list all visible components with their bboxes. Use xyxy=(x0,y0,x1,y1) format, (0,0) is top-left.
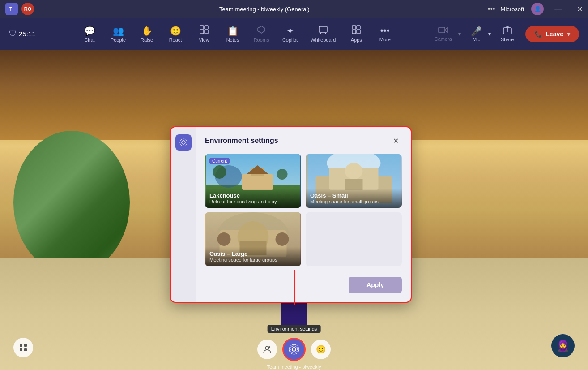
toolbar-rooms[interactable]: Rooms xyxy=(248,22,275,45)
notes-icon: 📋 xyxy=(227,26,239,36)
svg-point-40 xyxy=(345,163,363,179)
people-icon: 👥 xyxy=(113,26,124,36)
apps-label: Apps xyxy=(351,37,362,43)
emoji-button[interactable]: 🙂 xyxy=(311,340,331,359)
svg-marker-6 xyxy=(258,26,265,33)
toolbar-react[interactable]: 🙂 React xyxy=(162,23,189,45)
toolbar-right: Camera ▾ 🎤 Mic ▾ Share 📞 Leave ▾ xyxy=(430,23,579,45)
toolbar-people[interactable]: 👥 People xyxy=(105,23,132,45)
title-bar-right: ••• Microsoft 👤 — □ ✕ xyxy=(488,3,583,15)
svg-rect-5 xyxy=(205,30,208,34)
mic-button[interactable]: 🎤 Mic xyxy=(466,23,486,45)
svg-rect-2 xyxy=(200,26,204,29)
environment-settings-modal: Environment settings ✕ xyxy=(170,126,412,303)
raise-label: Raise xyxy=(141,37,153,43)
toolbar-items: 💬 Chat 👥 People ✋ Raise 🙂 React View 📋 N… xyxy=(45,22,430,45)
svg-rect-12 xyxy=(352,30,356,34)
leave-phone-icon: 📞 xyxy=(534,30,542,38)
lakehouse-desc: Retreat for socializing and play xyxy=(209,199,297,204)
env-card-oasis-large[interactable]: Oasis – Large Meeting space for large gr… xyxy=(205,212,301,266)
user-avatar-titlebar[interactable]: RO xyxy=(21,3,34,15)
share-icon xyxy=(503,26,512,37)
copilot-label: Copilot xyxy=(282,37,298,43)
notes-label: Notes xyxy=(226,37,239,43)
mic-group: 🎤 Mic ▾ xyxy=(466,23,493,45)
share-button[interactable]: Share xyxy=(496,23,518,45)
svg-rect-10 xyxy=(352,26,356,29)
toolbar-apps[interactable]: Apps xyxy=(343,22,370,45)
brand-label: Microsoft xyxy=(501,6,524,13)
leave-chevron-icon: ▾ xyxy=(567,30,570,38)
toolbar-more[interactable]: ••• More xyxy=(371,23,398,45)
chat-icon: 💬 xyxy=(84,26,95,36)
title-bar: T RO Team meeting - biweekly (General) •… xyxy=(0,0,588,18)
svg-point-22 xyxy=(268,346,270,348)
maximize-button[interactable]: □ xyxy=(567,5,571,13)
emoji-icon: 🙂 xyxy=(316,344,326,354)
environment-grid: Current Lakehouse Retreat for socializin… xyxy=(205,154,402,266)
rooms-label: Rooms xyxy=(254,37,269,43)
svg-point-33 xyxy=(213,165,226,179)
react-label: React xyxy=(169,37,182,43)
svg-rect-11 xyxy=(357,26,360,29)
modal-header: Environment settings ✕ xyxy=(205,134,402,147)
camera-icon xyxy=(438,26,448,36)
more-icon: ••• xyxy=(380,26,390,36)
svg-rect-13 xyxy=(357,30,360,34)
oasis-small-desc: Meeting space for small groups xyxy=(310,199,397,204)
modal-sidebar xyxy=(171,127,196,302)
minimize-button[interactable]: — xyxy=(554,5,562,13)
toolbar-whiteboard[interactable]: Whiteboard xyxy=(305,22,341,45)
mic-icon: 🎤 xyxy=(471,26,482,37)
view-icon xyxy=(200,25,209,36)
modal-close-button[interactable]: ✕ xyxy=(389,134,402,147)
svg-point-47 xyxy=(217,232,231,246)
env-card-lakehouse[interactable]: Current Lakehouse Retreat for socializin… xyxy=(205,154,301,208)
chat-label: Chat xyxy=(84,37,94,43)
svg-point-24 xyxy=(290,346,298,353)
toolbar-chat[interactable]: 💬 Chat xyxy=(76,23,103,45)
svg-rect-7 xyxy=(319,26,327,32)
copilot-icon: ✦ xyxy=(286,26,294,36)
toolbar-notes[interactable]: 📋 Notes xyxy=(219,23,246,45)
whiteboard-label: Whiteboard xyxy=(311,37,336,43)
profile-avatar[interactable]: 👤 xyxy=(531,3,544,15)
react-icon: 🙂 xyxy=(170,26,181,36)
modal-sidebar-env-icon[interactable] xyxy=(175,134,192,151)
close-button[interactable]: ✕ xyxy=(577,5,583,13)
svg-rect-18 xyxy=(24,344,27,347)
camera-chevron-icon[interactable]: ▾ xyxy=(456,31,463,37)
modal-footer: Apply xyxy=(205,273,402,295)
raise-icon: ✋ xyxy=(141,26,153,36)
modal-main-content: Environment settings ✕ xyxy=(196,127,411,302)
svg-point-34 xyxy=(277,169,288,180)
camera-button[interactable]: Camera xyxy=(430,23,456,44)
environment-settings-button[interactable]: Environment settings Team meeting - biwe… xyxy=(282,338,306,361)
toolbar-raise[interactable]: ✋ Raise xyxy=(133,23,160,45)
modal-title: Environment settings xyxy=(205,137,278,145)
apply-button[interactable]: Apply xyxy=(349,277,402,293)
svg-rect-14 xyxy=(439,27,445,33)
svg-point-23 xyxy=(292,348,296,351)
svg-rect-20 xyxy=(24,348,27,351)
toolbar-copilot[interactable]: ✦ Copilot xyxy=(277,23,303,45)
toolbar-left: 🛡 25:11 xyxy=(9,29,36,39)
mic-label: Mic xyxy=(473,37,480,42)
oasis-large-overlay: Oasis – Large Meeting space for large gr… xyxy=(205,247,301,266)
rooms-icon xyxy=(257,25,266,36)
meeting-title: Team meeting - biweekly (General) xyxy=(41,6,488,13)
more-options-icon[interactable]: ••• xyxy=(488,5,495,13)
env-card-oasis-small[interactable]: Oasis – Small Meeting space for small gr… xyxy=(306,154,402,208)
mic-chevron-icon[interactable]: ▾ xyxy=(486,31,493,37)
bottom-bar: Environment settings Team meeting - biwe… xyxy=(257,338,331,361)
grid-button[interactable] xyxy=(13,338,33,357)
leave-button[interactable]: 📞 Leave ▾ xyxy=(525,26,579,42)
env-card-empty xyxy=(306,212,402,266)
person-settings-button[interactable] xyxy=(257,340,277,359)
oasis-large-desc: Meeting space for large groups xyxy=(209,257,297,262)
svg-rect-19 xyxy=(20,348,22,351)
meeting-timer: 25:11 xyxy=(19,30,36,38)
apps-icon xyxy=(352,25,361,36)
oasis-small-name: Oasis – Small xyxy=(310,192,397,199)
toolbar-view[interactable]: View xyxy=(191,22,217,45)
